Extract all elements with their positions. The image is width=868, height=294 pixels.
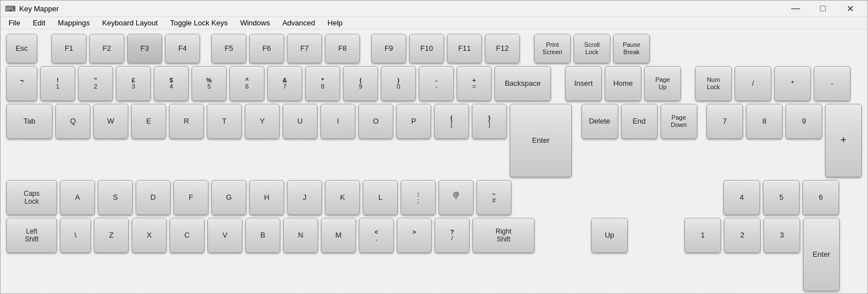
key-f8[interactable]: F8: [325, 34, 360, 63]
key-g[interactable]: G: [211, 180, 246, 215]
menu-mappings[interactable]: Mappings: [52, 17, 95, 29]
key-numpad-4[interactable]: 4: [723, 180, 760, 215]
key-numpad-7[interactable]: 7: [706, 104, 743, 139]
key-w[interactable]: W: [93, 104, 128, 139]
key-up[interactable]: Up: [591, 218, 628, 253]
key-backslash[interactable]: \: [60, 218, 91, 253]
key-z[interactable]: Z: [94, 218, 129, 253]
key-f4[interactable]: F4: [165, 34, 200, 63]
key-h[interactable]: H: [249, 180, 284, 215]
key-pause-break[interactable]: PauseBreak: [613, 34, 650, 63]
key-tab[interactable]: Tab: [6, 104, 53, 139]
key-n[interactable]: N: [283, 218, 318, 253]
key-comma[interactable]: <,: [359, 218, 394, 253]
key-3[interactable]: £3: [116, 66, 151, 101]
key-f5[interactable]: F5: [211, 34, 246, 63]
key-end[interactable]: End: [621, 104, 658, 139]
key-2[interactable]: "2: [78, 66, 113, 101]
key-u[interactable]: U: [283, 104, 318, 139]
key-numpad-slash[interactable]: /: [735, 66, 771, 101]
key-enter[interactable]: Enter: [510, 104, 572, 177]
key-left-shift[interactable]: LeftShift: [6, 218, 57, 253]
key-home[interactable]: Home: [605, 66, 641, 101]
menu-keyboard-layout[interactable]: Keyboard Layout: [97, 17, 163, 29]
key-8[interactable]: *8: [305, 66, 340, 101]
key-numpad-asterisk[interactable]: *: [774, 66, 811, 101]
key-o[interactable]: O: [358, 104, 393, 139]
key-f11[interactable]: F11: [447, 34, 482, 63]
key-delete[interactable]: Delete: [581, 104, 618, 139]
key-insert[interactable]: Insert: [565, 66, 602, 101]
key-e[interactable]: E: [131, 104, 166, 139]
key-hash[interactable]: ~#: [476, 180, 511, 215]
key-minus[interactable]: --: [419, 66, 454, 101]
key-4[interactable]: $4: [154, 66, 189, 101]
key-d[interactable]: D: [136, 180, 171, 215]
maximize-button[interactable]: □: [810, 1, 836, 16]
key-f12[interactable]: F12: [485, 34, 520, 63]
key-page-down[interactable]: PageDown: [661, 104, 697, 139]
key-6[interactable]: ^6: [229, 66, 264, 101]
key-x[interactable]: X: [132, 218, 167, 253]
menu-help[interactable]: Help: [322, 17, 349, 29]
key-f7[interactable]: F7: [287, 34, 322, 63]
key-f2[interactable]: F2: [89, 34, 124, 63]
key-f3[interactable]: F3: [127, 34, 162, 63]
close-button[interactable]: ✕: [837, 1, 863, 16]
key-s[interactable]: S: [98, 180, 133, 215]
key-i[interactable]: I: [320, 104, 355, 139]
key-f[interactable]: F: [173, 180, 209, 215]
key-numpad-9[interactable]: 9: [785, 104, 822, 139]
key-r[interactable]: R: [169, 104, 204, 139]
key-q[interactable]: Q: [55, 104, 90, 139]
key-k[interactable]: K: [325, 180, 360, 215]
key-right-bracket[interactable]: }]: [472, 104, 507, 139]
key-p[interactable]: P: [396, 104, 431, 139]
key-t[interactable]: T: [207, 104, 242, 139]
key-apostrophe[interactable]: @': [439, 180, 474, 215]
key-slash[interactable]: ?/: [435, 218, 470, 253]
menu-windows[interactable]: Windows: [235, 17, 276, 29]
key-9[interactable]: (9: [343, 66, 378, 101]
key-right-shift[interactable]: RightShift: [472, 218, 535, 253]
key-backspace[interactable]: Backspace: [494, 66, 551, 101]
key-numpad-plus[interactable]: +: [825, 104, 862, 177]
key-b[interactable]: B: [245, 218, 280, 253]
key-numpad-8[interactable]: 8: [746, 104, 783, 139]
key-7[interactable]: &7: [267, 66, 302, 101]
key-num-lock[interactable]: NumLock: [695, 66, 732, 101]
key-equals[interactable]: +=: [457, 66, 492, 101]
key-period[interactable]: >.: [397, 218, 432, 253]
key-l[interactable]: L: [363, 180, 398, 215]
key-scroll-lock[interactable]: ScrollLock: [574, 34, 610, 63]
key-m[interactable]: M: [321, 218, 356, 253]
key-j[interactable]: J: [287, 180, 322, 215]
key-c[interactable]: C: [170, 218, 205, 253]
key-5[interactable]: %5: [192, 66, 227, 101]
key-numpad-6[interactable]: 6: [802, 180, 839, 215]
key-f6[interactable]: F6: [249, 34, 284, 63]
key-numpad-5[interactable]: 5: [763, 180, 800, 215]
key-v[interactable]: V: [207, 218, 242, 253]
minimize-button[interactable]: —: [783, 1, 809, 16]
key-left-bracket[interactable]: {[: [434, 104, 469, 139]
key-1[interactable]: !1: [40, 66, 75, 101]
key-page-up[interactable]: PageUp: [644, 66, 681, 101]
key-f9[interactable]: F9: [371, 34, 406, 63]
key-numpad-1[interactable]: 1: [684, 218, 721, 253]
key-f10[interactable]: F10: [409, 34, 444, 63]
key-a[interactable]: A: [60, 180, 95, 215]
key-print-screen[interactable]: PrintScreen: [534, 34, 571, 63]
key-y[interactable]: Y: [245, 104, 280, 139]
key-backtick[interactable]: ¬`: [6, 66, 37, 101]
key-esc[interactable]: Esc: [6, 34, 37, 63]
key-numpad-3[interactable]: 3: [763, 218, 800, 253]
menu-edit[interactable]: Edit: [27, 17, 51, 29]
key-caps-lock[interactable]: CapsLock: [6, 180, 57, 215]
key-semicolon[interactable]: :;: [401, 180, 436, 215]
menu-advanced[interactable]: Advanced: [277, 17, 321, 29]
key-numpad-enter[interactable]: Enter: [803, 218, 840, 291]
key-numpad-minus[interactable]: -: [814, 66, 850, 101]
key-f1[interactable]: F1: [51, 34, 86, 63]
key-numpad-2[interactable]: 2: [724, 218, 761, 253]
